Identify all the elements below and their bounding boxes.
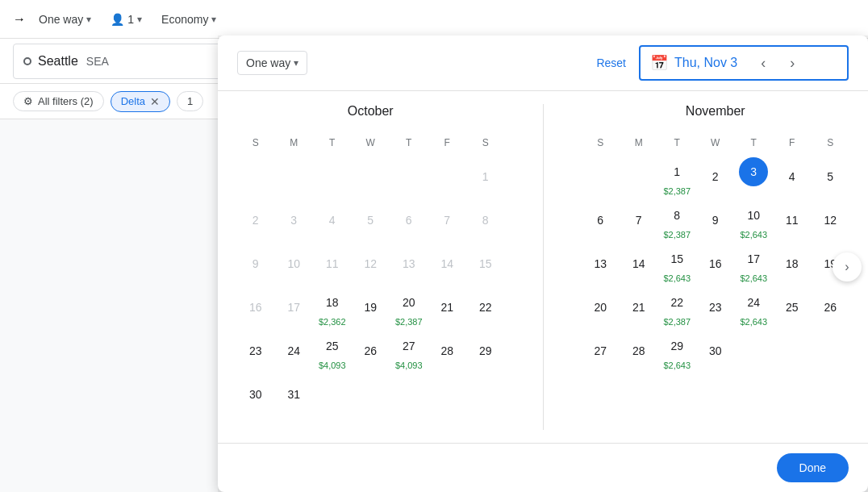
passengers-selector[interactable]: 👤 1 ▾ — [102, 8, 150, 31]
date-prev-button[interactable]: ‹ — [750, 50, 776, 76]
passengers-count: 1 — [127, 13, 134, 26]
airline-filter-chip[interactable]: Delta ✕ — [111, 91, 170, 112]
oct-day-8: 8 — [467, 199, 504, 241]
nov-day-5[interactable]: 5 — [812, 156, 849, 198]
origin-field[interactable]: Seattle SEA — [13, 44, 223, 79]
nov-day-1[interactable]: 1 $2,387 — [659, 156, 696, 198]
nov-price-24: $2,643 — [740, 318, 767, 327]
cabin-class-chevron: ▾ — [211, 14, 216, 25]
oct-day-29[interactable]: 29 — [467, 330, 504, 372]
calendar-body: October S M T W T F S 1 — [218, 91, 868, 443]
oct-day-22[interactable]: 22 — [467, 286, 504, 328]
cabin-class-label: Economy — [161, 13, 208, 26]
oct-day-25[interactable]: 25 $4,093 — [314, 330, 351, 372]
nov-day-9[interactable]: 9 — [697, 199, 734, 241]
nov-day-10[interactable]: 10 $2,643 — [736, 199, 773, 241]
nov-day-12[interactable]: 12 — [812, 199, 849, 241]
oct-empty-end-1 — [314, 373, 351, 415]
oneway-chevron: ▾ — [294, 57, 298, 69]
oct-day-31[interactable]: 31 — [276, 373, 313, 415]
nov-day-27[interactable]: 27 — [582, 330, 620, 372]
nov-day-24[interactable]: 24 $2,643 — [736, 286, 773, 328]
nov-day-14[interactable]: 14 — [620, 243, 657, 285]
nov-day-7[interactable]: 7 — [620, 199, 657, 241]
oct-day-26[interactable]: 26 — [353, 330, 390, 372]
nov-day-21[interactable]: 21 — [620, 286, 657, 328]
done-button[interactable]: Done — [777, 453, 849, 482]
nov-day-3[interactable]: 3 $2,643 — [736, 156, 773, 198]
oct-day-14: 14 — [429, 243, 466, 285]
nov-empty-2 — [620, 156, 657, 198]
nov-day-4[interactable]: 4 — [774, 156, 811, 198]
oct-day-24[interactable]: 24 — [276, 330, 313, 372]
oct-day-19[interactable]: 19 — [353, 286, 390, 328]
nov-day-28[interactable]: 28 — [620, 330, 657, 372]
oct-day-27[interactable]: 27 $4,093 — [390, 330, 428, 372]
oct-day-20[interactable]: 20 $2,387 — [390, 286, 428, 328]
oct-header-w: W — [353, 131, 390, 154]
scroll-right-button[interactable]: › — [833, 252, 862, 281]
extra-filter-chip[interactable]: 1 — [177, 91, 203, 111]
oct-header-t2: T — [390, 131, 428, 154]
nov-day-20[interactable]: 20 — [582, 286, 620, 328]
nov-day-6[interactable]: 6 — [582, 199, 620, 241]
oct-day-18[interactable]: 18 $2,362 — [314, 286, 351, 328]
origin-dot-icon — [23, 57, 31, 65]
origin-code: SEA — [86, 55, 109, 68]
nov-day-30[interactable]: 30 — [697, 330, 734, 372]
oct-day-28[interactable]: 28 — [429, 330, 466, 372]
nov-header-t2: T — [736, 131, 773, 154]
airline-filter-close-icon[interactable]: ✕ — [150, 95, 160, 108]
oneway-label: One way — [246, 56, 290, 69]
oct-day-9: 9 — [237, 243, 274, 285]
nov-empty-1 — [582, 156, 620, 198]
oct-day-30[interactable]: 30 — [237, 373, 274, 415]
nov-day-25[interactable]: 25 — [774, 286, 811, 328]
nov-empty-end-2 — [774, 330, 811, 372]
reset-button[interactable]: Reset — [596, 56, 626, 69]
nov-day-29[interactable]: 29 $2,643 — [659, 330, 696, 372]
nov-header-t1: T — [659, 131, 696, 154]
nov-day-16[interactable]: 16 — [697, 243, 734, 285]
oct-header-f: F — [429, 131, 466, 154]
oct-price-25: $4,093 — [319, 361, 346, 370]
nov-day-2[interactable]: 2 — [697, 156, 734, 198]
october-grid: S M T W T F S 1 2 3 — [237, 131, 504, 415]
oct-cell-empty-2 — [276, 156, 313, 198]
date-input-box[interactable]: 📅 Thu, Nov 3 ‹ › — [639, 45, 849, 81]
oct-header-s2: S — [467, 131, 504, 154]
calendar-icon: 📅 — [650, 54, 668, 72]
oct-header-m: M — [276, 131, 313, 154]
nov-header-s1: S — [582, 131, 620, 154]
all-filters-chip[interactable]: ⚙ All filters (2) — [13, 91, 104, 111]
oct-empty-end-3 — [390, 373, 428, 415]
oct-day-6: 6 — [390, 199, 428, 241]
nov-day-13[interactable]: 13 — [582, 243, 620, 285]
oct-day-23[interactable]: 23 — [237, 330, 274, 372]
oct-day-15: 15 — [467, 243, 504, 285]
nov-day-11[interactable]: 11 — [774, 199, 811, 241]
oneway-selector[interactable]: One way ▾ — [237, 51, 307, 75]
cabin-class-selector[interactable]: Economy ▾ — [153, 8, 224, 31]
nov-day-8[interactable]: 8 $2,387 — [659, 199, 696, 241]
oct-cell-empty-5 — [390, 156, 428, 198]
date-next-button[interactable]: › — [779, 50, 805, 76]
nov-price-3: $2,643 — [740, 187, 767, 196]
nov-day-23[interactable]: 23 — [697, 286, 734, 328]
nov-day-26[interactable]: 26 — [812, 286, 849, 328]
november-grid: S M T W T F S 1 $2,387 2 3 — [582, 131, 849, 372]
filter-icon: ⚙ — [23, 95, 33, 107]
all-filters-label: All filters (2) — [38, 95, 94, 107]
nov-day-22[interactable]: 22 $2,387 — [659, 286, 696, 328]
oct-day-16: 16 — [237, 286, 274, 328]
top-bar: → One way ▾ 👤 1 ▾ Economy ▾ — [0, 0, 868, 39]
calendar-popup: One way ▾ Reset 📅 Thu, Nov 3 ‹ › October — [218, 35, 868, 492]
nov-day-15[interactable]: 15 $2,643 — [659, 243, 696, 285]
oct-empty-end-4 — [429, 373, 466, 415]
nov-day-18[interactable]: 18 — [774, 243, 811, 285]
oct-day-5: 5 — [353, 199, 390, 241]
trip-type-selector[interactable]: One way ▾ — [31, 8, 99, 31]
oct-day-21[interactable]: 21 — [429, 286, 466, 328]
oct-cell-empty-4 — [353, 156, 390, 198]
nov-day-17[interactable]: 17 $2,643 — [736, 243, 773, 285]
